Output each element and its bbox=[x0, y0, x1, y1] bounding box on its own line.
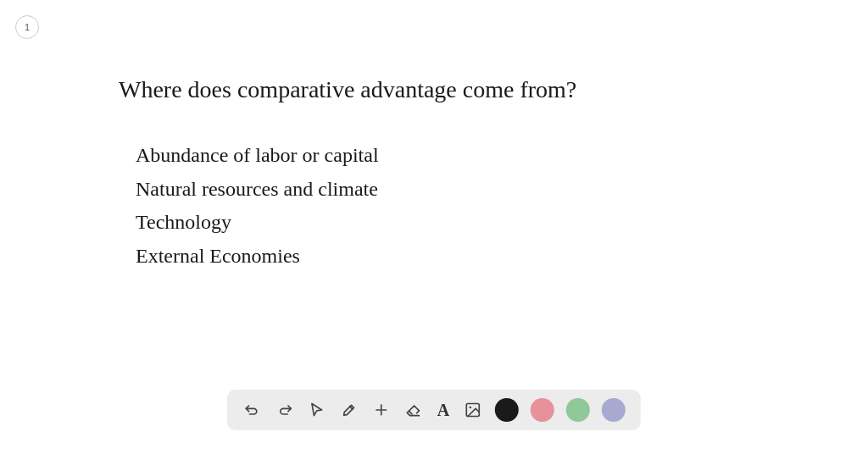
text-button[interactable]: A bbox=[436, 400, 451, 420]
list-item: Natural resources and climate bbox=[136, 173, 749, 207]
color-lavender-button[interactable] bbox=[602, 398, 626, 422]
eraser-button[interactable] bbox=[403, 400, 424, 420]
text-icon: A bbox=[437, 401, 449, 418]
add-button[interactable] bbox=[371, 400, 392, 420]
svg-point-5 bbox=[470, 407, 472, 409]
slide-content: Where does comparative advantage come fr… bbox=[119, 76, 749, 273]
redo-button[interactable] bbox=[275, 400, 295, 420]
image-button[interactable] bbox=[463, 400, 483, 420]
undo-button[interactable] bbox=[242, 400, 263, 420]
page-number: 1 bbox=[15, 15, 39, 39]
svg-line-3 bbox=[409, 412, 412, 414]
pencil-button[interactable] bbox=[339, 400, 359, 420]
list-item: External Economies bbox=[136, 240, 749, 274]
color-pink-button[interactable] bbox=[531, 398, 554, 422]
color-green-button[interactable] bbox=[566, 398, 590, 422]
list-item: Technology bbox=[136, 206, 749, 240]
color-black-button[interactable] bbox=[495, 398, 519, 422]
select-button[interactable] bbox=[307, 400, 327, 420]
bullet-list: Abundance of labor or capital Natural re… bbox=[119, 139, 749, 273]
list-item: Abundance of labor or capital bbox=[136, 139, 749, 173]
drawing-toolbar: A bbox=[227, 390, 641, 430]
slide-title: Where does comparative advantage come fr… bbox=[119, 76, 749, 103]
